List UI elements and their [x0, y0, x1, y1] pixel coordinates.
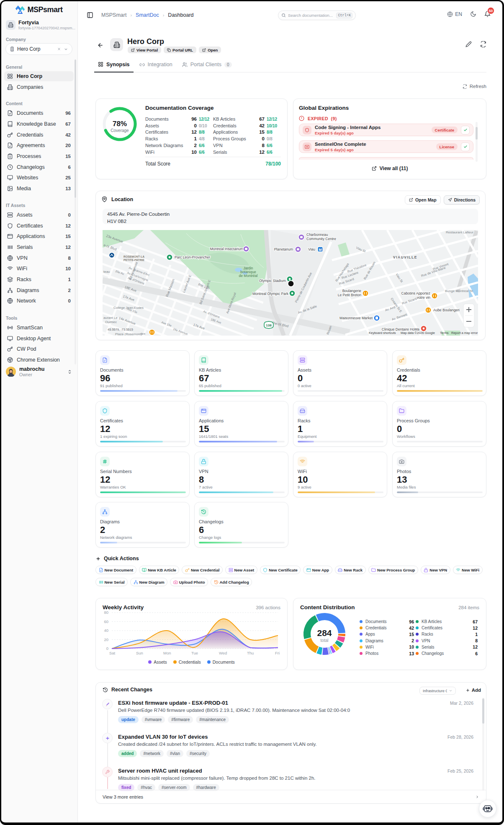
svg-text:ROSEMONT-LA: ROSEMONT-LA: [123, 255, 144, 258]
svg-text:Boulangerie: Boulangerie: [342, 289, 362, 293]
svg-text:Report a map error: Report a map error: [451, 331, 478, 335]
svg-text:VIAUVILLE: VIAUVILLE: [393, 255, 417, 259]
svg-text:Wed: Wed: [219, 651, 227, 655]
svg-text:Viau: Viau: [308, 247, 315, 251]
svg-text:Le Petit Breton: Le Petit Breton: [338, 293, 362, 297]
svg-text:Community Centre: Community Centre: [306, 237, 336, 241]
svg-text:20: 20: [104, 637, 108, 642]
svg-text:Map data ©2026 Google: Map data ©2026 Google: [401, 331, 435, 335]
svg-text:aurant Le: aurant Le: [103, 316, 118, 320]
svg-text:45.5579, -73.5515: 45.5579, -73.5515: [108, 328, 133, 331]
svg-text:Terms: Terms: [440, 331, 449, 335]
svg-text:Ouébec: Ouébec: [105, 320, 117, 324]
svg-text:78%: 78%: [113, 120, 127, 128]
svg-text:Olympic Stadium: Olympic Stadium: [259, 279, 286, 283]
svg-text:0: 0: [106, 646, 108, 651]
svg-text:Restaurant Lafleur: Restaurant Lafleur: [446, 230, 473, 234]
svg-text:Fri: Fri: [275, 651, 280, 655]
svg-text:Charbonneau: Charbonneau: [306, 233, 328, 237]
svg-text:Sun: Sun: [136, 651, 143, 655]
svg-text:votre vin: votre vin: [417, 295, 430, 300]
svg-text:total: total: [321, 638, 329, 643]
svg-text:Mon: Mon: [163, 651, 171, 655]
svg-text:Tue: Tue: [191, 651, 198, 655]
svg-text:Montreal Olympic Park: Montreal Olympic Park: [252, 292, 289, 296]
svg-text:60: 60: [104, 619, 108, 624]
svg-text:Thu: Thu: [247, 651, 254, 655]
svg-text:Sat: Sat: [109, 651, 116, 655]
svg-text:40: 40: [104, 628, 108, 633]
svg-text:Montreal Insectarium: Montreal Insectarium: [210, 247, 243, 251]
svg-text:Aube Boulangeri: Aube Boulangeri: [433, 308, 460, 312]
svg-text:Parc Léon-Provancher: Parc Léon-Provancher: [175, 255, 210, 259]
svg-text:138: 138: [266, 323, 272, 327]
svg-text:de Montréal: de Montréal: [239, 274, 258, 278]
svg-text:Coverage: Coverage: [111, 128, 129, 133]
svg-text:Cabotins Apportez: Cabotins Apportez: [401, 291, 430, 295]
svg-text:Bunge Montreal Te: Bunge Montreal Te: [445, 289, 473, 293]
svg-text:Keyboard shortcuts: Keyboard shortcuts: [369, 331, 396, 335]
svg-text:Planetarium: Planetarium: [274, 247, 293, 251]
svg-text:teau: teau: [103, 270, 110, 274]
svg-text:PETITE-PATRIE: PETITE-PATRIE: [123, 259, 144, 261]
svg-text:Plaza (Rosemont): Plaza (Rosemont): [115, 332, 142, 336]
svg-text:Maisonneuve Market: Maisonneuve Market: [339, 316, 373, 320]
svg-text:M: M: [319, 248, 321, 252]
svg-text:80: 80: [104, 610, 108, 615]
svg-text:284: 284: [317, 628, 332, 638]
svg-text:Collège Jean-Eudes: Collège Jean-Eudes: [113, 306, 144, 310]
